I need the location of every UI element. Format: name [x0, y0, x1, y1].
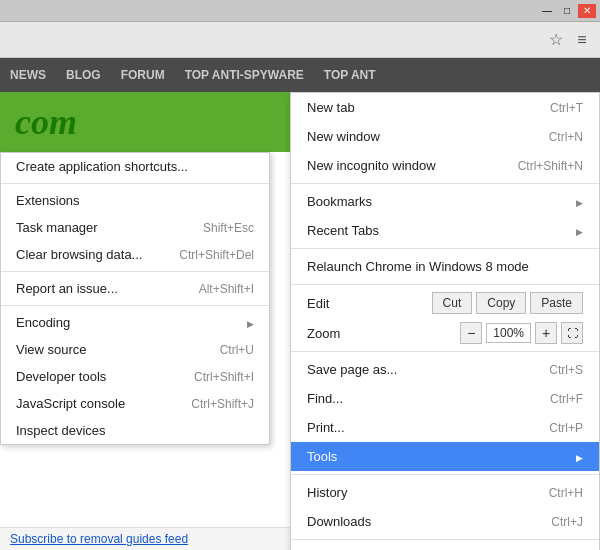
menu-item-new-incognito[interactable]: New incognito window Ctrl+Shift+N: [291, 151, 599, 180]
menu-item-print[interactable]: Print... Ctrl+P: [291, 413, 599, 442]
submenu-item-create-shortcuts[interactable]: Create application shortcuts...: [1, 153, 269, 180]
window-titlebar: — □ ✕: [0, 0, 600, 22]
menu-item-new-window[interactable]: New window Ctrl+N: [291, 122, 599, 151]
cut-button[interactable]: Cut: [432, 292, 473, 314]
submenu-item-developer-tools[interactable]: Developer tools Ctrl+Shift+I: [1, 363, 269, 390]
menu-sep-3: [291, 284, 599, 285]
submenu-separator-3: [1, 305, 269, 306]
nav-item-blog[interactable]: BLOG: [66, 68, 101, 82]
menu-sep-2: [291, 248, 599, 249]
page-content: com tions, PC security com Create applic…: [0, 92, 600, 550]
recent-tabs-arrow-icon: [576, 223, 583, 238]
browser-toolbar: ☆ ≡: [0, 22, 600, 58]
edit-row: Edit Cut Copy Paste: [291, 288, 599, 318]
nav-bar: NEWS BLOG FORUM TOP ANTI-SPYWARE TOP ANT: [0, 58, 600, 92]
nav-item-top-anti-spyware[interactable]: TOP ANTI-SPYWARE: [185, 68, 304, 82]
submenu-item-clear-browsing[interactable]: Clear browsing data... Ctrl+Shift+Del: [1, 241, 269, 268]
tools-submenu: Create application shortcuts... Extensio…: [0, 152, 270, 445]
paste-button[interactable]: Paste: [530, 292, 583, 314]
menu-sep-4: [291, 351, 599, 352]
nav-item-top-ant[interactable]: TOP ANT: [324, 68, 376, 82]
menu-item-sign-in[interactable]: Sign in to Chrome...: [291, 543, 599, 550]
menu-item-new-tab[interactable]: New tab Ctrl+T: [291, 93, 599, 122]
nav-item-forum[interactable]: FORUM: [121, 68, 165, 82]
chrome-menu: New tab Ctrl+T New window Ctrl+N New inc…: [290, 92, 600, 550]
minimize-button[interactable]: —: [538, 4, 556, 18]
toolbar-right: ☆ ≡: [546, 30, 592, 50]
submenu-item-encoding[interactable]: Encoding: [1, 309, 269, 336]
menu-sep-1: [291, 183, 599, 184]
copy-button[interactable]: Copy: [476, 292, 526, 314]
submenu-item-inspect-devices[interactable]: Inspect devices: [1, 417, 269, 444]
zoom-plus-button[interactable]: +: [535, 322, 557, 344]
menu-item-find[interactable]: Find... Ctrl+F: [291, 384, 599, 413]
logo-text: com: [15, 101, 77, 143]
submenu-item-view-source[interactable]: View source Ctrl+U: [1, 336, 269, 363]
submenu-item-report-issue[interactable]: Report an issue... Alt+Shift+I: [1, 275, 269, 302]
menu-item-history[interactable]: History Ctrl+H: [291, 478, 599, 507]
maximize-button[interactable]: □: [558, 4, 576, 18]
menu-item-downloads[interactable]: Downloads Ctrl+J: [291, 507, 599, 536]
bookmarks-arrow-icon: [576, 194, 583, 209]
zoom-minus-button[interactable]: −: [460, 322, 482, 344]
encoding-arrow-icon: [247, 315, 254, 330]
menu-sep-5: [291, 474, 599, 475]
menu-item-relaunch[interactable]: Relaunch Chrome in Windows 8 mode: [291, 252, 599, 281]
submenu-item-javascript-console[interactable]: JavaScript console Ctrl+Shift+J: [1, 390, 269, 417]
nav-item-news[interactable]: NEWS: [10, 68, 46, 82]
close-button[interactable]: ✕: [578, 4, 596, 18]
zoom-value: 100%: [486, 323, 531, 343]
menu-icon[interactable]: ≡: [572, 30, 592, 50]
zoom-row: Zoom − 100% + ⛶: [291, 318, 599, 348]
menu-sep-6: [291, 539, 599, 540]
zoom-fullscreen-button[interactable]: ⛶: [561, 322, 583, 344]
menu-item-save-page[interactable]: Save page as... Ctrl+S: [291, 355, 599, 384]
menu-item-bookmarks[interactable]: Bookmarks: [291, 187, 599, 216]
submenu-separator-2: [1, 271, 269, 272]
tools-arrow-icon: [576, 449, 583, 464]
bookmark-icon[interactable]: ☆: [546, 30, 566, 50]
submenu-item-task-manager[interactable]: Task manager Shift+Esc: [1, 214, 269, 241]
submenu-separator-1: [1, 183, 269, 184]
submenu-item-extensions[interactable]: Extensions: [1, 187, 269, 214]
menu-item-recent-tabs[interactable]: Recent Tabs: [291, 216, 599, 245]
menu-item-tools[interactable]: Tools: [291, 442, 599, 471]
